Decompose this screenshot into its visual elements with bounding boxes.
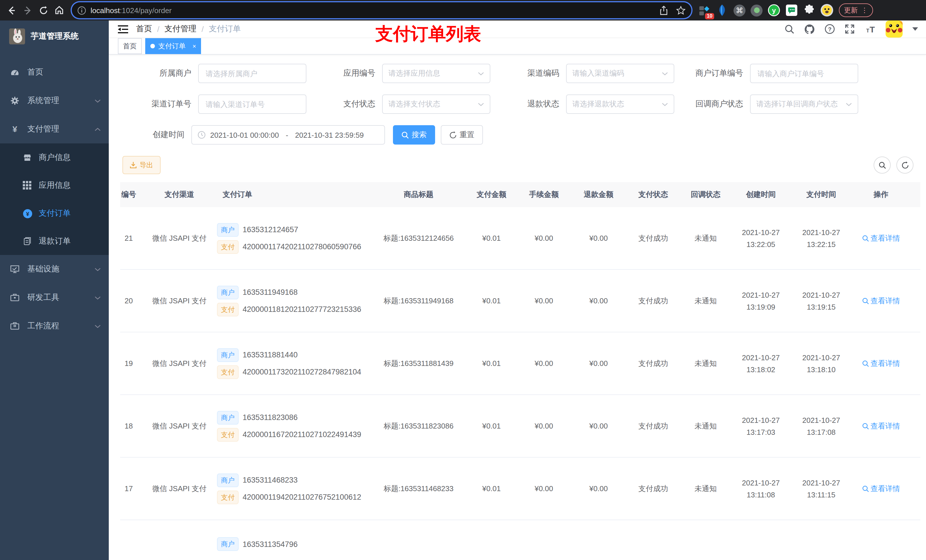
dashboard-icon <box>10 68 20 77</box>
sidebar-item-devtools[interactable]: 研发工具 <box>0 284 109 312</box>
extension-tag-manager-icon[interactable]: 10 <box>698 4 711 17</box>
screenshot-root: localhost:1024/pay/order 10 ⌘ y <box>0 0 926 560</box>
app-logo <box>9 29 25 44</box>
extensions-row: 10 ⌘ y <box>698 4 833 17</box>
user-avatar[interactable] <box>885 21 903 38</box>
created-time-range-picker[interactable]: 2021-10-01 00:00:00 - 2021-10-31 23:59:5… <box>191 125 385 145</box>
toggle-search-button[interactable] <box>874 157 891 174</box>
table-row: 20 微信 JSAPI 支付 商户1635311949168 支付4200001… <box>120 270 920 332</box>
sidebar-item-system[interactable]: 系统管理 <box>0 86 109 115</box>
extension-spinnaker-icon[interactable] <box>716 4 728 17</box>
sidebar-logo-row[interactable]: 芋道管理系统 <box>0 21 109 52</box>
pay-status-select[interactable]: 请选择支付状态 <box>382 95 490 114</box>
chevron-down-icon <box>846 102 852 106</box>
chrome-update-button[interactable]: 更新 ⋮ <box>839 3 873 17</box>
avatar-caret-icon[interactable] <box>912 27 918 31</box>
active-dot <box>150 44 155 48</box>
extension-grey-green-icon[interactable] <box>750 4 763 16</box>
browser-home-button[interactable] <box>51 2 67 18</box>
sidebar-item-pay[interactable]: ¥ 支付管理 <box>0 115 109 143</box>
extension-chat-icon[interactable] <box>785 4 798 17</box>
svg-text:T: T <box>870 25 875 33</box>
channel-order-no-field[interactable] <box>198 95 306 114</box>
merchant-chip: 商户 <box>217 285 239 299</box>
view-detail-link[interactable]: 查看详情 <box>862 296 900 306</box>
document-icon <box>23 237 32 246</box>
export-button[interactable]: 导出 <box>123 156 160 174</box>
filter-label-owner: 所属商户 <box>123 68 198 78</box>
breadcrumb-section[interactable]: 支付管理 <box>165 24 197 34</box>
extension-command-icon[interactable]: ⌘ <box>734 4 746 16</box>
merchant-chip: 商户 <box>217 223 239 237</box>
header-search-icon[interactable] <box>785 24 794 34</box>
owner-select[interactable] <box>198 64 306 83</box>
app-title: 芋道管理系统 <box>31 31 79 42</box>
filter-label-channel-order-no: 渠道订单号 <box>123 99 198 109</box>
bookmark-star-icon[interactable] <box>676 5 686 15</box>
refresh-table-button[interactable] <box>896 157 914 174</box>
breadcrumb-home[interactable]: 首页 <box>136 24 152 34</box>
sidebar-item-merchant-info[interactable]: 商户信息 <box>0 143 109 171</box>
view-detail-link[interactable]: 查看详情 <box>862 483 900 494</box>
filter-label-created-time: 创建时间 <box>123 130 191 140</box>
coin-yen-icon: ¥ <box>23 208 32 218</box>
clock-icon <box>198 131 206 139</box>
collapse-sidebar-button[interactable] <box>118 25 128 33</box>
tag-home[interactable]: 首页 <box>118 38 142 54</box>
profile-emoji-avatar[interactable] <box>821 4 833 17</box>
app-select[interactable]: 请选择应用信息 <box>382 64 490 83</box>
merchant-chip: 商户 <box>217 348 239 362</box>
svg-text:y: y <box>772 6 776 14</box>
reload-icon <box>38 5 48 15</box>
merchant-order-no-field[interactable] <box>750 64 858 83</box>
fullscreen-icon[interactable] <box>844 24 855 34</box>
home-icon <box>54 5 64 15</box>
font-size-icon[interactable]: TT <box>864 24 876 33</box>
pay-chip: 支付 <box>217 240 239 254</box>
browser-forward-button[interactable] <box>20 2 35 18</box>
browser-reload-button[interactable] <box>35 2 51 18</box>
channel-order-no-input[interactable] <box>204 99 300 109</box>
view-detail-link[interactable]: 查看详情 <box>862 358 900 368</box>
search-button[interactable]: 搜索 <box>393 125 435 145</box>
chevron-up-icon <box>95 127 101 131</box>
sidebar-item-home[interactable]: 首页 <box>0 58 109 86</box>
table-row: 21 微信 JSAPI 支付 商户1635312124657 支付4200001… <box>120 207 920 270</box>
callback-status-select[interactable]: 请选择订单回调商户状态 <box>750 95 858 114</box>
merchant-order-no-input[interactable] <box>756 69 852 78</box>
table-row: 17 微信 JSAPI 支付 商户1635311468233 支付4200001… <box>120 457 920 520</box>
sidebar-item-infra[interactable]: 基础设施 <box>0 255 109 284</box>
browser-back-button[interactable] <box>3 2 20 18</box>
chrome-menu-icon[interactable]: ⋮ <box>861 8 868 13</box>
share-icon[interactable] <box>660 5 668 15</box>
magnifier-icon <box>862 360 869 367</box>
red-annotation-title: 支付订单列表 <box>375 22 481 46</box>
sidebar-item-refund-order[interactable]: 退款订单 <box>0 227 109 255</box>
sidebar-item-app-info[interactable]: 应用信息 <box>0 171 109 199</box>
reset-button[interactable]: 重置 <box>441 125 483 145</box>
refresh-icon <box>901 162 909 169</box>
view-detail-link[interactable]: 查看详情 <box>862 233 900 243</box>
extension-y-icon[interactable]: y <box>768 4 780 17</box>
merchant-chip: 商户 <box>217 537 239 551</box>
tag-pay-order[interactable]: 支付订单 × <box>145 38 201 54</box>
address-bar[interactable]: localhost:1024/pay/order <box>72 2 691 18</box>
refund-status-select[interactable]: 请选择退款状态 <box>566 95 674 114</box>
tag-close-icon[interactable]: × <box>192 43 196 50</box>
pay-chip: 支付 <box>217 490 239 504</box>
channel-code-select[interactable]: 请输入渠道编码 <box>566 64 674 83</box>
pay-submenu: 商户信息 应用信息 ¥ 支付订单 退款订单 <box>0 143 109 255</box>
merchant-chip: 商户 <box>217 411 239 424</box>
breadcrumb: 首页 / 支付管理 / 支付订单 <box>136 24 241 34</box>
extensions-puzzle-icon[interactable] <box>803 4 816 17</box>
refresh-icon <box>449 131 457 139</box>
help-icon[interactable]: ? <box>825 24 835 34</box>
sidebar-item-pay-order[interactable]: ¥ 支付订单 <box>0 199 109 227</box>
site-info-icon[interactable] <box>77 6 86 15</box>
browser-chrome: localhost:1024/pay/order 10 ⌘ y <box>0 0 926 21</box>
table-row: 18 微信 JSAPI 支付 商户1635311823086 支付4200001… <box>120 395 920 457</box>
view-detail-link[interactable]: 查看详情 <box>862 421 900 431</box>
owner-input[interactable] <box>204 69 300 78</box>
github-icon[interactable] <box>804 24 815 35</box>
sidebar-item-workflow[interactable]: 工作流程 <box>0 312 109 340</box>
